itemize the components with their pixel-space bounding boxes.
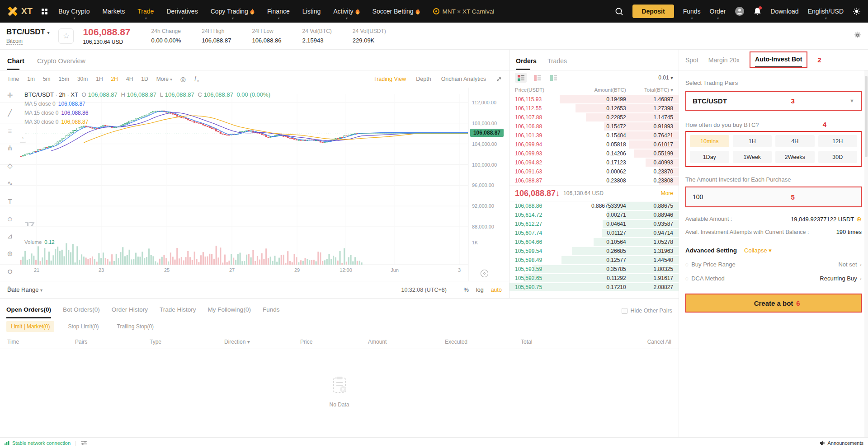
tab-order-history[interactable]: Order History xyxy=(112,306,148,318)
text-icon[interactable]: T xyxy=(4,196,16,206)
expand-fullscreen-icon[interactable] xyxy=(496,76,502,82)
chart-settings-icon[interactable] xyxy=(481,270,488,277)
horizontal-lines-icon[interactable]: ≡ xyxy=(4,126,16,135)
orderbook-layout-bids-icon[interactable] xyxy=(547,73,559,83)
orderbook-bid-row[interactable]: 105,592.650.112921.91617 xyxy=(509,274,679,283)
indicators-fx-icon[interactable]: ƒx xyxy=(194,75,199,83)
more-link[interactable]: More xyxy=(661,190,673,196)
tab-bot-orders-0[interactable]: Bot Orders(0) xyxy=(63,306,100,318)
nav-item-trade[interactable]: Trade▾ xyxy=(137,8,154,15)
nav-item-buy-crypto[interactable]: Buy Crypto▾ xyxy=(58,8,90,15)
orderbook-bid-row[interactable]: 105,607.740.011270.94714 xyxy=(509,229,679,238)
ruler-icon[interactable]: ⊿ xyxy=(4,231,16,241)
orderbook-ask-row[interactable]: 106,112.550.126531.27398 xyxy=(509,104,679,113)
setting-dca-method[interactable]: ◌DCA MethodRecurring Buy› xyxy=(685,275,862,282)
interval-2h[interactable]: 2H xyxy=(111,76,118,82)
nav-order[interactable]: Order▾ xyxy=(710,8,726,15)
orderbook-bid-row[interactable]: 106,088.860.88675339940.88675 xyxy=(509,201,679,210)
orderbook-ask-row[interactable]: 106,099.930.142060.55199 xyxy=(509,149,679,158)
tab-spot[interactable]: Spot xyxy=(685,56,698,64)
scrollbar-thumb[interactable] xyxy=(865,76,868,157)
frequency-30d[interactable]: 30D xyxy=(818,151,858,163)
theme-toggle-icon[interactable] xyxy=(853,7,861,15)
pair-selector[interactable]: BTC/USDT ▾ Bitcoin xyxy=(6,28,49,45)
tab-open-orders-0[interactable]: Open Orders(0) xyxy=(6,306,51,318)
interval-1m[interactable]: 1m xyxy=(27,76,35,82)
frequency-2weeks[interactable]: 2Weeks xyxy=(775,151,815,163)
nav-funds[interactable]: Funds▾ xyxy=(683,8,701,15)
layout-switch-icon[interactable] xyxy=(81,440,87,445)
orderbook-ask-row[interactable]: 106,101.390.154040.76421 xyxy=(509,131,679,140)
frequency-1week[interactable]: 1Week xyxy=(733,151,772,163)
scale-auto[interactable]: auto xyxy=(491,287,502,293)
orderbook-bid-row[interactable]: 105,593.590.357851.80325 xyxy=(509,265,679,274)
orderbook-bid-row[interactable]: 105,598.490.125771.44540 xyxy=(509,256,679,265)
emoji-icon[interactable]: ☺ xyxy=(4,214,16,224)
xt-logo[interactable]: XT xyxy=(7,6,33,17)
view-depth[interactable]: Depth xyxy=(416,76,431,82)
locale-selector[interactable]: English/USD▾ xyxy=(808,8,844,15)
orderbook-ask-row[interactable]: 106,088.870.238080.23808 xyxy=(509,176,679,185)
search-icon[interactable] xyxy=(615,7,623,16)
tab-trade-history[interactable]: Trade History xyxy=(160,306,196,318)
deposit-button[interactable]: Deposit xyxy=(632,5,674,18)
orderbook-ask-row[interactable]: 106,091.630.000620.23870 xyxy=(509,167,679,176)
shapes-icon[interactable]: ◇ xyxy=(4,161,16,171)
tab-trades[interactable]: Trades xyxy=(547,57,567,70)
create-bot-button[interactable]: Create a bot 6 xyxy=(685,294,862,313)
carnival-banner[interactable]: MNT × XT Carnival xyxy=(433,8,495,15)
orderbook-bid-row[interactable]: 105,614.720.002710.88946 xyxy=(509,210,679,219)
view-onchain-analytics[interactable]: Onchain Analytics xyxy=(441,76,486,82)
nav-item-soccer-betting[interactable]: Soccer Betting xyxy=(373,8,420,15)
subtab-limit-market-0[interactable]: Limit | Market(0) xyxy=(6,321,54,332)
hide-other-pairs-toggle[interactable]: Hide Other Pairs xyxy=(622,308,672,318)
tab-crypto-overview[interactable]: Crypto Overview xyxy=(37,57,85,70)
add-funds-icon[interactable]: ⊕ xyxy=(856,215,862,223)
orderbook-bid-row[interactable]: 105,599.540.266851.31963 xyxy=(509,247,679,256)
pitchfork-icon[interactable]: ⋔ xyxy=(4,143,16,153)
orderbook-bid-row[interactable]: 105,590.750.172102.08827 xyxy=(509,283,679,292)
tradingview-logo[interactable] xyxy=(25,219,35,228)
pencil-icon[interactable]: ✎ xyxy=(4,284,16,294)
orderbook-ask-row[interactable]: 106,115.930.194991.46897 xyxy=(509,95,679,104)
orderbook-ask-row[interactable]: 106,094.820.171230.40993 xyxy=(509,158,679,167)
nav-item-markets[interactable]: Markets xyxy=(103,8,125,15)
magnet-icon[interactable]: Ω xyxy=(4,266,16,276)
subtab-stop-limit-0[interactable]: Stop Limit(0) xyxy=(63,321,103,332)
scale-log[interactable]: log xyxy=(476,287,484,293)
interval-more-dropdown[interactable]: More ▾ xyxy=(156,76,172,82)
precision-dropdown[interactable]: 0.01 ▾ xyxy=(658,75,673,81)
interval-time[interactable]: Time xyxy=(7,76,19,82)
orderbook-ask-row[interactable]: 106,099.940.058180.61017 xyxy=(509,140,679,149)
orderbook-layout-asks-icon[interactable] xyxy=(531,73,543,83)
tab-my-following-0[interactable]: My Following(0) xyxy=(208,306,251,318)
orderbook-layout-both-icon[interactable] xyxy=(515,73,527,83)
scale-[interactable]: % xyxy=(464,287,469,293)
favorite-star-icon[interactable]: ☆ xyxy=(58,28,74,44)
notifications-bell-icon[interactable] xyxy=(754,7,761,16)
zoom-icon[interactable]: ⊕ xyxy=(4,249,16,259)
subtab-trailing-stop-0[interactable]: Trailing Stop(0) xyxy=(113,321,159,332)
orderbook-ask-row[interactable]: 106,106.880.154720.91893 xyxy=(509,122,679,131)
frequency-10mins[interactable]: 10mins xyxy=(690,135,729,147)
orderbook-bid-row[interactable]: 105,612.270.046410.93587 xyxy=(509,219,679,229)
interval-5m[interactable]: 5m xyxy=(43,76,51,82)
checkbox[interactable] xyxy=(622,308,627,314)
view-trading-view[interactable]: Trading View xyxy=(373,76,406,82)
orderbook-ask-row[interactable]: 106,107.880.228521.14745 xyxy=(509,113,679,122)
tab-chart[interactable]: Chart xyxy=(7,57,24,70)
interval-30m[interactable]: 30m xyxy=(77,76,88,82)
trading-pair-dropdown[interactable]: BTC/USDT 3 ▼ xyxy=(685,91,862,111)
announcements-link[interactable]: Announcements xyxy=(820,440,864,446)
pair-base-name[interactable]: Bitcoin xyxy=(6,38,23,45)
nav-item-activity[interactable]: Activity▾ xyxy=(333,8,359,15)
interval-15m[interactable]: 15m xyxy=(59,76,69,82)
amount-input[interactable] xyxy=(693,193,774,201)
orderbook-bid-row[interactable]: 105,604.660.105641.05278 xyxy=(509,238,679,247)
toolbar-collapse-handle[interactable]: ‹ xyxy=(20,133,26,143)
trendline-icon[interactable]: ╱ xyxy=(4,108,16,118)
interval-1h[interactable]: 1H xyxy=(96,76,103,82)
brush-icon[interactable]: ∿ xyxy=(4,178,16,188)
user-account-icon[interactable] xyxy=(735,6,745,16)
nav-item-finance[interactable]: Finance▾ xyxy=(267,8,290,15)
